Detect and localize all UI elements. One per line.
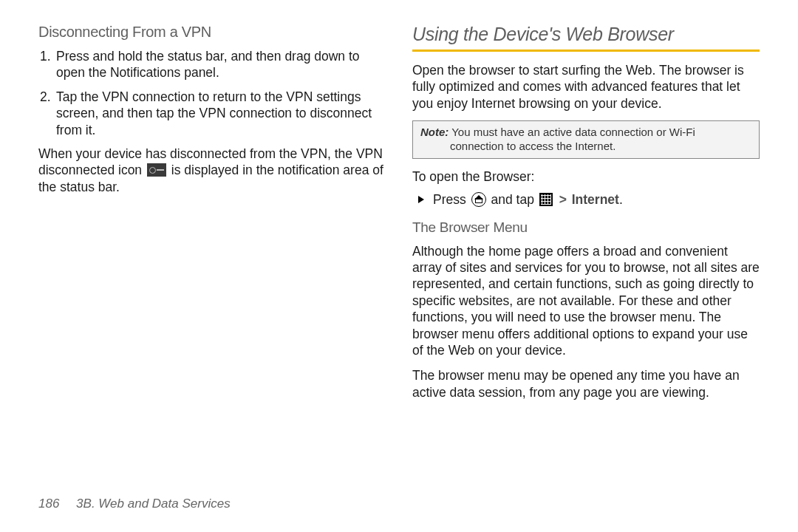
and-tap-text: and tap: [491, 192, 533, 207]
breadcrumb-separator: >: [559, 192, 567, 207]
footer-section-name: 3B. Web and Data Services: [76, 497, 231, 511]
section-divider: [412, 50, 760, 52]
vpn-step-1: 1. Press and hold the status bar, and th…: [56, 48, 386, 81]
vpn-result-paragraph: When your device has disconnected from t…: [38, 146, 386, 195]
vpn-steps-list: 1. Press and hold the status bar, and th…: [38, 48, 386, 138]
browser-section-title: Using the Device's Web Browser: [412, 24, 760, 45]
note-text: You must have an active data connection …: [450, 126, 695, 152]
vpn-step-2: 2. Tap the VPN connection to return to t…: [56, 89, 386, 138]
browser-menu-para2: The browser menu may be opened any time …: [412, 367, 760, 400]
browser-menu-para1: Although the home page offers a broad an…: [412, 243, 760, 359]
vpn-disconnected-icon: [147, 163, 166, 177]
right-column: Using the Device's Web Browser Open the …: [412, 24, 760, 474]
internet-label: Internet: [572, 192, 619, 207]
page-number: 186: [38, 497, 59, 511]
bullet-triangle-icon: [418, 196, 424, 203]
home-button-icon: [471, 192, 486, 207]
note-label: Note:: [420, 126, 449, 138]
browser-intro: Open the browser to start surfing the We…: [412, 62, 760, 112]
browser-menu-heading: The Browser Menu: [412, 219, 760, 236]
step-text: Press and hold the status bar, and then …: [56, 49, 360, 80]
step-text: Tap the VPN connection to return to the …: [56, 89, 372, 137]
vpn-disconnect-heading: Disconnecting From a VPN: [38, 24, 386, 41]
left-column: Disconnecting From a VPN 1. Press and ho…: [38, 24, 386, 474]
step-number: 2.: [40, 89, 51, 105]
open-browser-heading: To open the Browser:: [412, 169, 760, 185]
step-number: 1.: [40, 48, 51, 64]
page-footer: 186 3B. Web and Data Services: [38, 497, 231, 511]
note-box: Note: You must have an active data conne…: [412, 120, 760, 159]
page-columns: Disconnecting From a VPN 1. Press and ho…: [38, 24, 760, 474]
period: .: [619, 192, 623, 207]
open-browser-step: Press and tap > Internet.: [412, 192, 760, 208]
press-text: Press: [433, 192, 466, 207]
apps-grid-icon: [539, 193, 553, 206]
